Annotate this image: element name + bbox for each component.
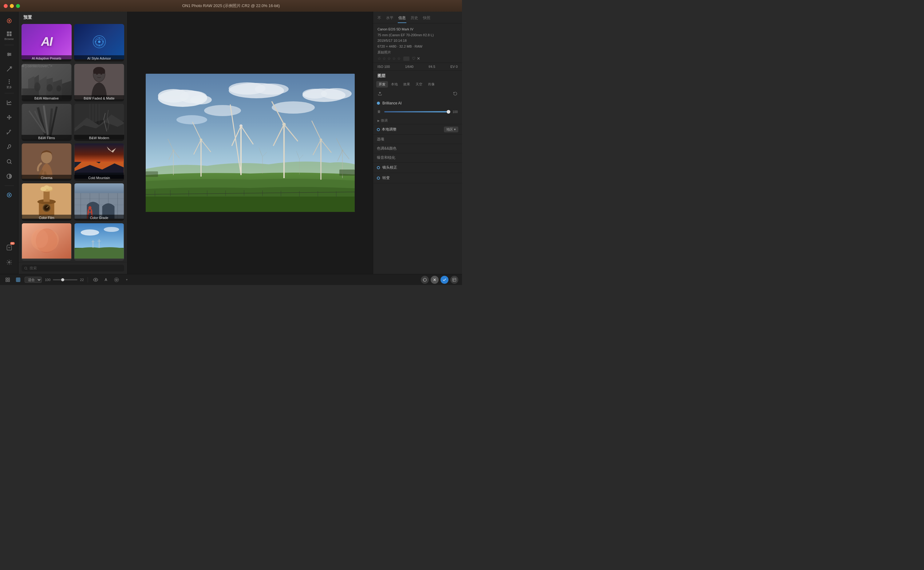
grid-view-btn[interactable] <box>14 276 22 284</box>
presets-grid: AI AI Adaptive Presets <box>18 23 127 262</box>
tab-not[interactable]: 不 <box>377 14 382 23</box>
toolbar-move[interactable] <box>3 110 16 124</box>
toolbar-browse[interactable]: Browse <box>3 29 16 42</box>
search-input[interactable] <box>29 266 122 270</box>
star-4[interactable]: ☆ <box>392 56 396 61</box>
star-3[interactable]: ☆ <box>387 56 391 61</box>
dev-tab-effects[interactable]: 效果 <box>401 81 412 87</box>
a-tool-btn[interactable]: A <box>102 276 110 284</box>
dev-tab-local[interactable]: 本地 <box>389 81 400 87</box>
svg-point-14 <box>9 83 9 84</box>
panel-tools <box>373 89 462 99</box>
adj-transform-header[interactable]: 转变 <box>373 173 462 183</box>
adj-color-tone[interactable]: 色调&&颜色 <box>373 144 462 153</box>
star-1[interactable]: ☆ <box>377 56 381 61</box>
more-label: 更多 <box>6 85 12 89</box>
brilliance-title: Brilliance AI <box>382 101 458 105</box>
undo-btn[interactable] <box>421 276 429 284</box>
view-btn[interactable] <box>450 276 458 284</box>
close-button[interactable] <box>4 4 8 8</box>
preset-misc2[interactable] <box>74 223 124 261</box>
adj-noise[interactable]: 噪音和锐化 <box>373 153 462 162</box>
window-title: ON1 Photo RAW 2025 (示例照片.CR2 @ 22.0% 16-… <box>182 3 280 9</box>
dev-tab-portrait[interactable]: 肖像 <box>426 81 437 87</box>
toolbar-more[interactable]: 更多 <box>3 77 16 90</box>
toolbar-transform[interactable] <box>3 96 16 109</box>
toolbar-brush[interactable] <box>3 140 16 153</box>
preset-ai-style[interactable]: AI Style Advisor <box>74 24 124 61</box>
maximize-button[interactable] <box>16 4 20 8</box>
preset-cold-mountain[interactable]: Cold Mountain <box>74 143 124 181</box>
minimize-button[interactable] <box>10 4 14 8</box>
svg-point-22 <box>8 262 10 263</box>
svg-rect-51 <box>22 143 71 179</box>
toolbar-search[interactable] <box>3 155 16 168</box>
color-swatch[interactable] <box>403 57 409 61</box>
svg-point-10 <box>8 55 9 56</box>
brilliance-dot <box>377 102 380 105</box>
dev-tab-sky[interactable]: 天空 <box>413 81 425 87</box>
toolbar-active-tool[interactable] <box>3 188 16 202</box>
color-tool-btn[interactable] <box>112 276 120 284</box>
confirm-btn[interactable] <box>440 276 449 284</box>
slider-label-amount: 量 <box>377 110 382 114</box>
preset-ai-adaptive[interactable]: AI AI Adaptive Presets <box>22 24 72 61</box>
reject-icon[interactable]: ✕ <box>417 56 420 61</box>
brilliance-slider-track[interactable] <box>384 111 449 112</box>
adj-lens-header[interactable]: 镜头校正 <box>373 162 462 173</box>
zoom-slider[interactable] <box>53 279 77 280</box>
view-mode-btn[interactable] <box>4 276 12 284</box>
adj-local: 本地调整 地区 ▾ <box>373 124 462 135</box>
view-mode-select[interactable]: 适合 <box>25 277 42 283</box>
svg-point-94 <box>303 89 327 99</box>
preset-color-film[interactable]: Color Film <box>22 183 72 221</box>
region-button[interactable]: 地区 ▾ <box>444 127 458 132</box>
adj-brilliance-header[interactable]: Brilliance AI <box>373 99 462 108</box>
toolbar-develop[interactable] <box>3 48 16 61</box>
preset-label-color-film: Color Film <box>22 215 72 221</box>
brilliance-slider-thumb[interactable] <box>447 110 450 113</box>
preset-misc1[interactable] <box>22 223 72 261</box>
adj-options[interactable]: 选项 <box>373 135 462 144</box>
toolbar-cart[interactable]: 30 <box>3 241 16 254</box>
tab-quick[interactable]: 快照 <box>422 14 431 23</box>
camera-model: Canon EOS 5D Mark IV <box>377 26 458 32</box>
undo-adj-btn[interactable] <box>452 90 459 97</box>
svg-rect-1 <box>7 32 9 34</box>
heart-icon[interactable]: ♡ <box>412 56 415 61</box>
preset-bw-faded[interactable]: B&W Faded & Matte <box>74 64 124 101</box>
svg-point-16 <box>8 148 9 149</box>
adjustments-section: Brilliance AI 量 100 ▶ 微调 <box>373 99 462 274</box>
svg-point-29 <box>102 41 104 42</box>
svg-point-97 <box>177 115 207 124</box>
toolbar-mask[interactable] <box>3 170 16 183</box>
tab-horizontal[interactable]: 水平 <box>386 14 394 23</box>
star-5[interactable]: ☆ <box>397 56 401 61</box>
adj-brilliance: Brilliance AI 量 100 ▶ 微调 <box>373 99 462 124</box>
preset-cinema[interactable]: Cinema <box>22 143 72 181</box>
preset-bw-films[interactable]: B&W Films <box>22 104 72 141</box>
eye-tool-btn[interactable] <box>92 276 100 284</box>
toolbar-settings[interactable] <box>3 256 16 269</box>
star-2[interactable]: ☆ <box>382 56 386 61</box>
toolbar-logo[interactable] <box>3 14 16 28</box>
tab-history[interactable]: 历史 <box>410 14 419 23</box>
tab-info[interactable]: 信息 <box>398 14 406 23</box>
exif-shutter: 1/640 <box>405 65 414 69</box>
toolbar-magic[interactable] <box>3 125 16 139</box>
layers-header: 图层 <box>373 70 462 80</box>
svg-rect-46 <box>22 104 71 139</box>
color-expand-btn[interactable]: ▾ <box>123 276 131 284</box>
preset-bw-modern[interactable]: B&W Modern <box>74 104 124 141</box>
svg-rect-150 <box>146 172 158 177</box>
exif-ev: EV 0 <box>450 65 458 69</box>
cancel-btn[interactable] <box>430 276 439 284</box>
dimensions-info: 6720 × 4480 · 32.2 MB · RAW <box>377 44 458 49</box>
rating-row: ☆ ☆ ☆ ☆ ☆ ♡ ✕ <box>377 56 458 61</box>
upload-btn[interactable] <box>376 90 384 97</box>
toolbar-retouch[interactable] <box>3 62 16 76</box>
dev-tab-develop[interactable]: 开发 <box>376 81 388 87</box>
preset-color-grade[interactable]: Color Grade <box>74 183 124 221</box>
fine-tune-toggle[interactable]: ▶ 微调 <box>373 117 462 124</box>
preset-bw-alt[interactable]: ❄') center/cover;"> <box>22 64 72 101</box>
